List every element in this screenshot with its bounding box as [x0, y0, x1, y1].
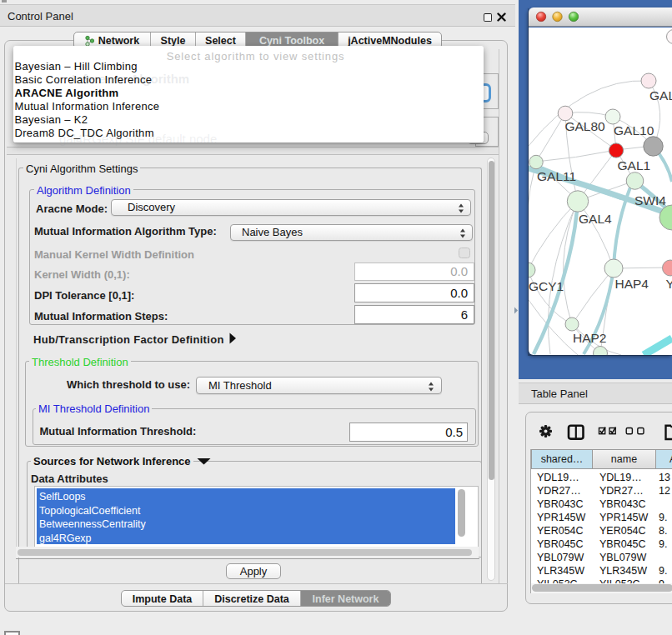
- svg-text:GAL7: GAL7: [649, 88, 672, 102]
- svg-text:GAL4: GAL4: [579, 212, 612, 226]
- svg-text:SWI4: SWI4: [634, 193, 666, 208]
- svg-text:GCY1: GCY1: [529, 279, 564, 293]
- svg-text:GAL80: GAL80: [564, 119, 605, 133]
- svg-text:GAL1: GAL1: [618, 158, 651, 172]
- svg-text:GAL10: GAL10: [614, 123, 654, 138]
- svg-text:Y: Y: [666, 277, 672, 291]
- svg-text:HAP2: HAP2: [573, 331, 607, 345]
- svg-text:HAP4: HAP4: [615, 277, 649, 291]
- svg-text:GAL11: GAL11: [537, 169, 576, 183]
